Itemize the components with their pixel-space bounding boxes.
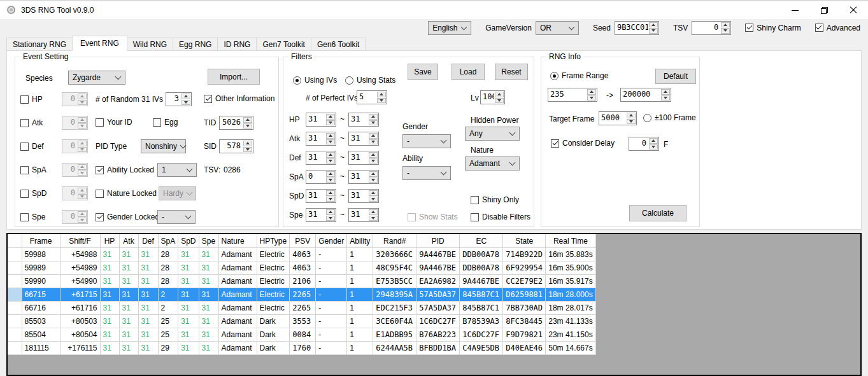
spin-up-button[interactable] <box>369 209 378 215</box>
load-button[interactable]: Load <box>452 64 485 80</box>
row-selector-cell[interactable] <box>8 328 22 342</box>
column-header-gender[interactable]: Gender <box>316 234 347 248</box>
row-selector-cell[interactable] <box>8 261 22 275</box>
row-selector-cell[interactable] <box>8 315 22 328</box>
cell-hp[interactable]: 31 <box>100 342 119 355</box>
spin-down-button[interactable] <box>649 28 658 34</box>
cell-ec[interactable]: C4A9E5DB <box>460 342 503 355</box>
column-header-ability[interactable]: Ability <box>347 234 373 248</box>
spin-up-button[interactable] <box>326 133 335 139</box>
spin-up-button[interactable] <box>587 89 596 95</box>
spin-up-button[interactable] <box>181 94 190 99</box>
column-header-state[interactable]: State <box>503 234 546 248</box>
spin-up-button[interactable] <box>326 114 335 120</box>
iv-atk-checkbox[interactable]: Atk <box>20 118 43 127</box>
cell-frame[interactable]: 59990 <box>22 275 60 288</box>
iv-hp-max-stepper[interactable]: 31 <box>348 113 379 127</box>
cell-pid[interactable]: 1C6DC27F <box>416 315 460 328</box>
cell-rand[interactable]: E1ADBB95 <box>373 328 416 342</box>
cell-def[interactable]: 31 <box>138 288 158 302</box>
table-row[interactable]: 66716+6171631313123131AdamantElectric226… <box>8 302 595 315</box>
cell-nature[interactable]: Adamant <box>218 248 257 261</box>
cell-def[interactable]: 31 <box>138 328 158 342</box>
cell-psv[interactable]: 2106 <box>290 275 316 288</box>
column-header-realtime[interactable]: Real Time <box>546 234 595 248</box>
cell-spa[interactable]: 2 <box>158 288 178 302</box>
cell-hp[interactable]: 31 <box>100 288 119 302</box>
cell-state[interactable]: 714B922D <box>503 248 546 261</box>
cell-frame[interactable]: 85503 <box>22 315 60 328</box>
disable-filters-checkbox[interactable]: Disable Filters <box>471 212 530 221</box>
cell-ec[interactable]: DDB00A78 <box>460 248 503 261</box>
cell-def[interactable]: 31 <box>138 315 158 328</box>
column-header-ec[interactable]: EC <box>460 234 503 248</box>
cell-hptype[interactable]: Electric <box>257 302 290 315</box>
cell-def[interactable]: 31 <box>138 342 158 355</box>
spin-up-button[interactable] <box>243 141 252 146</box>
cell-realtime[interactable]: 23m 41.133s <box>546 315 595 328</box>
cell-shift[interactable]: +54990 <box>60 275 100 288</box>
column-header-rand[interactable]: Rand# <box>373 234 416 248</box>
cell-spe[interactable]: 31 <box>199 328 218 342</box>
cell-spa[interactable]: 28 <box>158 248 178 261</box>
column-header-pid[interactable]: PID <box>416 234 460 248</box>
cell-frame[interactable]: 181115 <box>22 342 60 355</box>
cell-pid[interactable]: 57A5DA37 <box>416 288 460 302</box>
spin-down-button[interactable] <box>649 144 658 150</box>
cell-hptype[interactable]: Dark <box>257 315 290 328</box>
pid-type-select[interactable]: Nonshiny <box>141 139 186 153</box>
cell-nature[interactable]: Adamant <box>218 275 257 288</box>
table-row[interactable]: 59989+54989313131283131AdamantElectric40… <box>8 261 595 275</box>
frame-range-radio[interactable]: Frame Range <box>550 71 608 80</box>
spin-up-button[interactable] <box>326 190 335 196</box>
cell-gender[interactable]: - <box>316 328 347 342</box>
cell-state[interactable]: D6259881 <box>503 288 546 302</box>
tab-event-rng[interactable]: Event RNG <box>72 36 127 51</box>
spin-down-button[interactable] <box>721 28 730 34</box>
iv-def-checkbox[interactable]: Def <box>20 142 44 151</box>
spin-down-button[interactable] <box>627 119 636 125</box>
cell-hptype[interactable]: Electric <box>257 248 290 261</box>
spin-up-button[interactable] <box>369 133 378 139</box>
cell-rand[interactable]: EDC215F3 <box>373 302 416 315</box>
cell-rand[interactable]: E753B5CC <box>373 275 416 288</box>
cell-pid[interactable]: EA2A6982 <box>416 275 460 288</box>
spin-up-button[interactable] <box>326 209 335 215</box>
cell-psv[interactable]: 2265 <box>290 288 316 302</box>
close-button[interactable] <box>839 1 868 20</box>
shiny-charm-checkbox[interactable]: Shiny Charm <box>745 24 800 32</box>
cell-state[interactable]: 7BB730AD <box>503 302 546 315</box>
cell-gender[interactable]: - <box>316 261 347 275</box>
spin-up-button[interactable] <box>377 92 386 97</box>
iv-spe-max-stepper[interactable]: 31 <box>348 208 379 222</box>
restore-button[interactable] <box>809 1 839 20</box>
tab-stationary-rng[interactable]: Stationary RNG <box>6 38 73 51</box>
frame-from-stepper[interactable]: 235 <box>548 88 597 102</box>
cell-state[interactable]: D40EAE46 <box>503 342 546 355</box>
iv-hp-min-stepper[interactable]: 31 <box>306 113 336 127</box>
cell-nature[interactable]: Adamant <box>218 261 257 275</box>
random-31-ivs-stepper[interactable]: 3 <box>166 92 192 106</box>
cell-psv[interactable]: 3553 <box>290 315 316 328</box>
language-select[interactable]: English <box>428 21 471 35</box>
using-stats-radio[interactable]: Using Stats <box>345 76 395 85</box>
spin-up-button[interactable] <box>243 117 252 123</box>
cell-atk[interactable]: 31 <box>119 275 138 288</box>
cell-atk[interactable]: 31 <box>119 261 138 275</box>
cell-spe[interactable]: 31 <box>199 248 218 261</box>
column-header-spd[interactable]: SpD <box>178 234 199 248</box>
calculate-button[interactable]: Calculate <box>629 205 687 221</box>
spin-up-button[interactable] <box>326 152 335 158</box>
cell-frame[interactable]: 85504 <box>22 328 60 342</box>
cell-realtime[interactable]: 16m 35.883s <box>546 248 595 261</box>
tid-stepper[interactable]: 5026 <box>219 116 253 130</box>
nature-locked-checkbox[interactable]: Nature Locked <box>96 189 157 198</box>
spin-up-button[interactable] <box>649 22 658 28</box>
spin-down-button[interactable] <box>369 197 378 202</box>
tab-gen6-toolkit[interactable]: Gen6 Toolkit <box>311 38 366 51</box>
cell-rand[interactable]: 3CE60F4A <box>373 315 416 328</box>
iv-spe-min-stepper[interactable]: 31 <box>306 208 336 222</box>
cell-def[interactable]: 31 <box>138 302 158 315</box>
advanced-checkbox[interactable]: Advanced <box>815 24 860 32</box>
plus-minus-100-radio[interactable]: ±100 Frame <box>643 113 696 122</box>
